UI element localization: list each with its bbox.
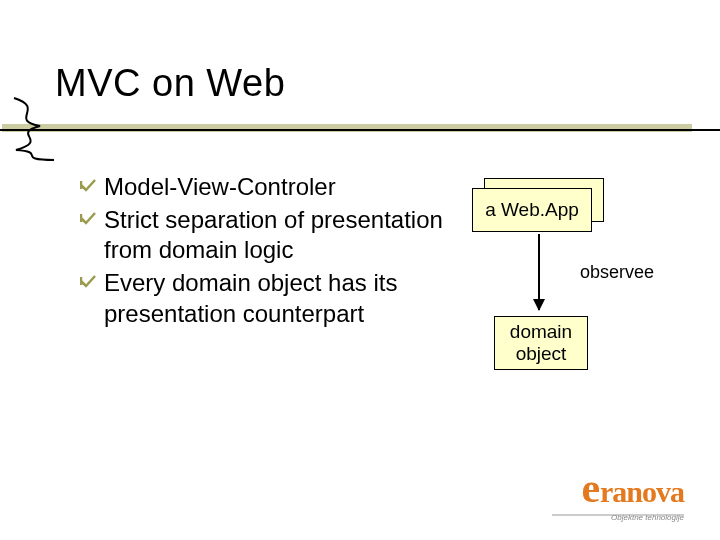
title-underline bbox=[0, 118, 720, 148]
bullet-tick-icon bbox=[80, 274, 96, 288]
list-item: Strict separation of presentation from d… bbox=[80, 205, 452, 266]
underline-rule bbox=[0, 129, 720, 131]
bullet-tick-icon bbox=[80, 211, 96, 225]
mvc-diagram: a Web.App observee domain object bbox=[472, 178, 694, 398]
domain-object-box-label: domain object bbox=[501, 321, 581, 365]
slide-title: MVC on Web bbox=[55, 62, 285, 105]
list-item: Model-View-Controler bbox=[80, 172, 452, 203]
webapp-box: a Web.App bbox=[472, 188, 592, 232]
bullet-tick-icon bbox=[80, 178, 96, 192]
scribble-icon bbox=[6, 94, 66, 164]
webapp-box-label: a Web.App bbox=[485, 199, 579, 221]
list-item: Every domain object has its presentation… bbox=[80, 268, 452, 329]
list-item-text: Model-View-Controler bbox=[104, 173, 336, 200]
list-item-text: Every domain object has its presentation… bbox=[104, 269, 397, 327]
list-item-text: Strict separation of presentation from d… bbox=[104, 206, 443, 264]
slide: MVC on Web Model-View-Controler Strict s… bbox=[0, 0, 720, 540]
eranova-logo: eranova bbox=[582, 465, 684, 512]
logo-subtitle: Objektne tehnologije bbox=[611, 513, 684, 522]
logo-rest: ranova bbox=[600, 475, 684, 509]
logo-e: e bbox=[582, 465, 601, 512]
observee-arrow bbox=[538, 234, 540, 310]
bullet-list: Model-View-Controler Strict separation o… bbox=[80, 172, 452, 332]
edge-label: observee bbox=[580, 262, 654, 283]
domain-object-box: domain object bbox=[494, 316, 588, 370]
